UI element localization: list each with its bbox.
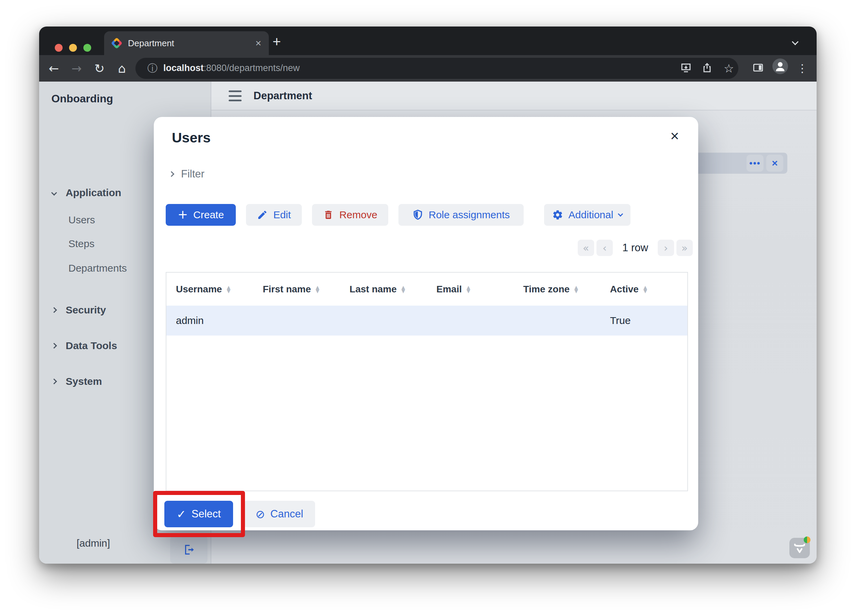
create-button[interactable]: + Create <box>166 204 236 226</box>
sort-icon[interactable]: ▲▼ <box>644 286 647 293</box>
click-highlight-annotation <box>153 491 245 537</box>
prev-page-button[interactable]: ‹ <box>597 239 613 256</box>
screenshot-stage: Department × + ← → ↻ ⌂ ⓘ localhost:8080/… <box>0 0 852 616</box>
plus-icon: + <box>178 207 188 221</box>
filter-expander[interactable]: Filter <box>169 168 204 180</box>
sort-icon[interactable]: ▲▼ <box>402 286 405 293</box>
url-text: localhost:8080/departments/new <box>163 63 300 74</box>
additional-button[interactable]: Additional <box>544 204 630 226</box>
dialog-close-icon[interactable]: × <box>670 128 679 143</box>
cell-username: admin <box>166 306 253 336</box>
cell-first-name <box>253 306 340 336</box>
sidebar-item-users[interactable]: Users <box>68 214 95 226</box>
column-header-time-zone[interactable]: Time zone ▲▼ <box>514 273 601 306</box>
ban-icon: ⊘ <box>255 508 265 521</box>
row-count-label: 1 row <box>618 242 652 254</box>
sort-icon[interactable]: ▲▼ <box>227 286 230 293</box>
pencil-icon <box>257 209 268 220</box>
back-icon[interactable]: ← <box>49 62 59 75</box>
hr-manager-picker-field: ••• × <box>698 153 787 174</box>
tab-search-chevron-icon[interactable] <box>793 39 800 46</box>
sidebar-item-steps[interactable]: Steps <box>68 238 95 250</box>
last-page-button[interactable]: » <box>677 239 693 256</box>
column-header-first-name[interactable]: First name ▲▼ <box>253 273 340 306</box>
dialog-toolbar: + Create Edit Remove Role assignments <box>166 204 630 226</box>
menu-toggle-icon[interactable] <box>229 90 242 101</box>
sort-icon[interactable]: ▲▼ <box>574 286 578 293</box>
logout-icon <box>182 543 195 556</box>
chevron-right-icon <box>51 379 57 384</box>
picker-clear-button[interactable]: × <box>766 155 783 172</box>
first-page-button[interactable]: « <box>578 239 594 256</box>
view-header: Department <box>211 81 817 110</box>
vaadin-icon <box>792 541 807 555</box>
chevron-right-icon <box>169 171 175 177</box>
sort-icon[interactable]: ▲▼ <box>467 286 470 293</box>
trash-icon <box>323 209 334 220</box>
macos-minimize-button[interactable] <box>69 44 77 52</box>
role-assignments-button[interactable]: Role assignments <box>399 204 524 226</box>
macos-close-button[interactable] <box>55 44 63 52</box>
chevron-down-icon <box>618 211 623 217</box>
next-page-button[interactable]: › <box>658 239 674 256</box>
sort-icon[interactable]: ▲▼ <box>316 286 319 293</box>
browser-tab[interactable]: Department × <box>104 31 269 55</box>
forward-icon: → <box>71 62 82 75</box>
table-header-row: Username ▲▼ First name ▲▼ Last name ▲▼ E… <box>166 273 687 306</box>
chevron-right-icon <box>51 307 57 313</box>
vaadin-status-badge <box>804 536 810 543</box>
reload-icon[interactable]: ↻ <box>94 62 104 75</box>
side-panel-icon[interactable] <box>752 62 764 75</box>
chevron-down-icon <box>51 190 57 196</box>
macos-zoom-button[interactable] <box>83 44 91 52</box>
remove-button[interactable]: Remove <box>312 204 388 226</box>
table-row[interactable]: admin True <box>166 306 687 336</box>
address-bar[interactable]: ⓘ localhost:8080/departments/new ☆ <box>135 58 738 79</box>
sidebar-item-departments[interactable]: Departments <box>68 262 127 274</box>
column-header-active[interactable]: Active ▲▼ <box>601 273 687 306</box>
home-icon[interactable]: ⌂ <box>118 62 126 75</box>
column-header-last-name[interactable]: Last name ▲▼ <box>340 273 427 306</box>
logged-in-user-label: [admin] <box>77 538 110 549</box>
install-icon[interactable] <box>680 62 692 75</box>
column-header-username[interactable]: Username ▲▼ <box>166 273 253 306</box>
column-header-email[interactable]: Email ▲▼ <box>427 273 514 306</box>
browser-tab-strip: Department × + <box>39 27 817 55</box>
gear-icon <box>552 209 563 220</box>
cell-active: True <box>601 306 687 336</box>
pagination: « ‹ 1 row › » <box>578 239 693 256</box>
chevron-right-icon <box>51 343 57 349</box>
cell-time-zone <box>514 306 601 336</box>
browser-window: Department × + ← → ↻ ⌂ ⓘ localhost:8080/… <box>39 27 817 564</box>
vaadin-debug-button[interactable] <box>789 538 810 558</box>
app-title: Onboarding <box>51 92 113 105</box>
site-info-icon[interactable]: ⓘ <box>147 62 157 75</box>
share-icon[interactable] <box>701 62 713 75</box>
profile-avatar[interactable] <box>772 59 788 74</box>
tab-title: Department <box>128 38 249 49</box>
jmix-favicon-icon <box>112 38 122 48</box>
users-table: Username ▲▼ First name ▲▼ Last name ▲▼ E… <box>166 272 688 491</box>
shield-icon <box>412 209 423 220</box>
cancel-button[interactable]: ⊘ Cancel <box>244 501 315 527</box>
dialog-title: Users <box>172 130 211 146</box>
logout-button[interactable] <box>170 536 208 564</box>
edit-button[interactable]: Edit <box>246 204 302 226</box>
cell-email <box>427 306 514 336</box>
picker-lookup-button[interactable]: ••• <box>746 155 764 172</box>
new-tab-button[interactable]: + <box>273 35 281 49</box>
tab-close-icon[interactable]: × <box>255 38 261 48</box>
browser-menu-icon[interactable]: ⋮ <box>797 62 808 75</box>
view-title: Department <box>254 90 312 102</box>
bookmark-star-icon[interactable]: ☆ <box>724 62 734 75</box>
browser-toolbar: ← → ↻ ⌂ ⓘ localhost:8080/departments/new… <box>39 55 817 81</box>
users-lookup-dialog: Users × Filter + Create Edit Remove <box>154 117 698 530</box>
cell-last-name <box>340 306 427 336</box>
